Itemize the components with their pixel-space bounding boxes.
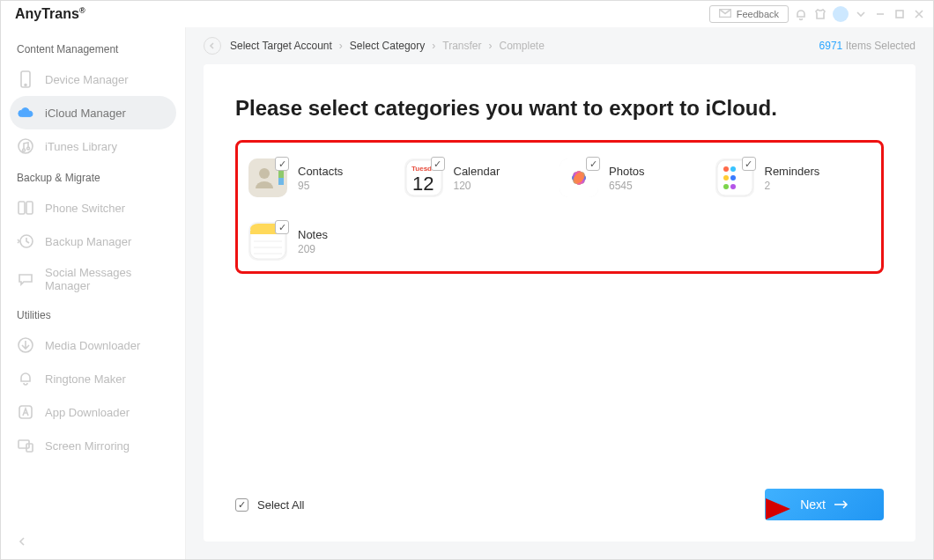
sidebar-item-label: Phone Switcher [45, 202, 125, 215]
breadcrumb-step-1[interactable]: Select Category [350, 40, 425, 52]
sidebar-header-utilities: Utilities [1, 300, 185, 328]
sidebar-item-backup-manager[interactable]: Backup Manager [1, 225, 185, 258]
category-highlight-box: ✓Contacts95Tuesd12✓Calendar120✓Photos654… [235, 140, 884, 274]
next-button[interactable]: Next [765, 489, 884, 520]
content-panel: Please select categories you want to exp… [204, 64, 915, 542]
category-count: 95 [298, 180, 343, 192]
checkbox-icon: ✓ [235, 498, 248, 512]
brand: AnyTrans® [8, 6, 85, 22]
category-label: Contacts [298, 165, 343, 178]
category-count: 120 [454, 180, 500, 192]
feedback-button[interactable]: Feedback [709, 5, 789, 23]
envelope-icon [719, 9, 731, 19]
phone-icon [17, 70, 34, 88]
svg-point-35 [730, 184, 736, 189]
calendar-icon: Tuesd12✓ [404, 158, 443, 197]
photos-icon: ✓ [560, 158, 598, 197]
chat-icon [17, 270, 34, 288]
svg-point-33 [730, 166, 736, 172]
brand-name: AnyTrans [15, 6, 79, 21]
items-selected-count: 6971 [819, 40, 843, 52]
checkmark-icon: ✓ [275, 220, 289, 234]
sidebar-item-label: Screen Mirroring [45, 439, 130, 453]
reminders-icon: ✓ [715, 158, 754, 197]
checkmark-icon: ✓ [275, 157, 289, 171]
contacts-icon: ✓ [248, 158, 287, 197]
svg-rect-2 [21, 71, 30, 87]
checkmark-icon: ✓ [431, 157, 445, 171]
svg-point-3 [25, 85, 26, 86]
category-contacts[interactable]: ✓Contacts95 [248, 158, 404, 197]
svg-rect-14 [278, 171, 284, 178]
sidebar-item-itunes-library[interactable]: iTunes Library [1, 129, 185, 163]
checkmark-icon: ✓ [586, 157, 600, 171]
breadcrumb-step-3: Complete [499, 40, 544, 52]
sidebar-collapse-icon[interactable] [16, 535, 28, 551]
bell-icon[interactable] [794, 7, 808, 21]
chevron-right-icon: › [488, 40, 492, 52]
avatar[interactable] [833, 6, 849, 22]
phone-switch-icon [17, 199, 34, 217]
svg-text:Tuesd: Tuesd [411, 165, 432, 173]
category-count: 2 [765, 180, 820, 192]
svg-point-32 [723, 184, 729, 189]
chevron-right-icon: › [432, 40, 435, 52]
svg-rect-5 [19, 202, 25, 214]
close-icon[interactable] [912, 7, 926, 21]
shirt-icon[interactable] [813, 7, 827, 21]
sidebar-item-social-messages[interactable]: Social Messages Manager [1, 258, 185, 300]
svg-rect-15 [278, 178, 284, 185]
svg-point-16 [259, 168, 270, 179]
breadcrumb: Select Target Account › Select Category … [186, 27, 933, 64]
checkmark-icon: ✓ [742, 157, 756, 171]
category-count: 209 [298, 243, 328, 255]
sidebar-item-device-manager[interactable]: Device Manager [1, 63, 185, 96]
download-icon [17, 336, 34, 354]
select-all-label: Select All [257, 498, 304, 512]
sidebar-item-phone-switcher[interactable]: Phone Switcher [1, 191, 185, 225]
sidebar-item-screen-mirroring[interactable]: Screen Mirroring [1, 429, 185, 462]
arrow-right-icon [834, 497, 849, 512]
category-calendar[interactable]: Tuesd12✓Calendar120 [404, 158, 560, 197]
svg-text:12: 12 [412, 173, 434, 195]
page-title: Please select categories you want to exp… [235, 96, 884, 121]
music-circle-icon [17, 137, 34, 155]
category-label: Reminders [765, 165, 820, 178]
history-icon [17, 232, 34, 250]
items-selected-suffix: Items Selected [846, 40, 915, 52]
appstore-icon [17, 403, 34, 421]
svg-point-30 [723, 166, 729, 172]
brand-reg: ® [79, 6, 85, 15]
category-photos[interactable]: ✓Photos6545 [560, 158, 715, 197]
sidebar-item-label: App Downloader [45, 406, 130, 419]
sidebar-item-icloud-manager[interactable]: iCloud Manager [10, 96, 176, 129]
sidebar-item-label: iCloud Manager [45, 107, 126, 120]
maximize-icon[interactable] [893, 7, 907, 21]
select-all-checkbox[interactable]: ✓ Select All [235, 498, 304, 512]
category-label: Photos [609, 165, 644, 178]
category-label: Notes [298, 228, 328, 241]
category-count: 6545 [609, 180, 644, 192]
breadcrumb-back-icon[interactable] [204, 37, 221, 55]
svg-rect-1 [896, 11, 903, 18]
sidebar-item-media-downloader[interactable]: Media Downloader [1, 328, 185, 362]
sidebar: Content Management Device Manager iCloud… [1, 27, 186, 559]
main-pane: Select Target Account › Select Category … [186, 27, 933, 559]
category-notes[interactable]: ✓Notes209 [248, 222, 404, 261]
svg-rect-6 [26, 202, 33, 214]
sidebar-header-backup: Backup & Migrate [1, 163, 185, 191]
items-selected: 6971 Items Selected [819, 40, 915, 52]
chevron-down-icon[interactable] [854, 7, 868, 21]
sidebar-item-label: Social Messages Manager [45, 266, 169, 292]
sidebar-item-label: Backup Manager [45, 235, 131, 248]
sidebar-item-app-downloader[interactable]: App Downloader [1, 395, 185, 429]
minimize-icon[interactable] [873, 7, 887, 21]
cloud-icon [17, 104, 34, 122]
breadcrumb-step-2: Transfer [442, 40, 481, 52]
sidebar-item-ringtone-maker[interactable]: Ringtone Maker [1, 362, 185, 395]
sidebar-item-label: Device Manager [45, 73, 129, 86]
title-bar: AnyTrans® Feedback [1, 1, 933, 27]
breadcrumb-step-0[interactable]: Select Target Account [230, 40, 332, 52]
svg-point-31 [723, 175, 729, 181]
category-reminders[interactable]: ✓Reminders2 [715, 158, 871, 197]
